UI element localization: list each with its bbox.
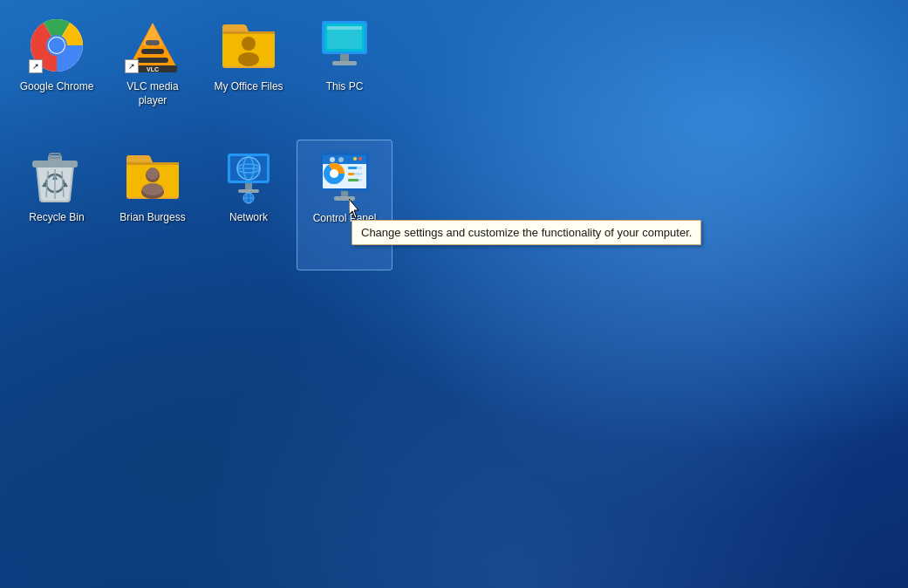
svg-point-17 (238, 52, 259, 66)
svg-rect-45 (245, 183, 252, 189)
svg-point-62 (330, 157, 335, 162)
icon-control-panel[interactable]: Control Panel (297, 140, 393, 270)
svg-rect-8 (141, 49, 164, 54)
control-panel-tooltip: Change settings and customize the functi… (352, 220, 701, 245)
icon-network[interactable]: Network (201, 140, 297, 270)
desktop: ↗ Google Chrome (0, 0, 908, 588)
svg-point-36 (147, 168, 159, 180)
svg-rect-57 (348, 167, 357, 169)
svg-rect-61 (348, 179, 358, 181)
icon-this-pc[interactable]: This PC (297, 9, 393, 140)
icon-brian-burgess[interactable]: Brian Burgess (105, 140, 201, 270)
svg-point-55 (330, 169, 338, 178)
svg-text:VLC: VLC (147, 66, 159, 72)
vlc-label: VLC media player (112, 80, 195, 107)
svg-point-63 (338, 157, 344, 162)
shortcut-arrow-chrome: ↗ (29, 59, 43, 73)
svg-rect-33 (126, 162, 179, 165)
brian-burgess-icon-image (125, 148, 181, 204)
svg-rect-7 (137, 58, 168, 63)
this-pc-label: This PC (326, 80, 364, 94)
svg-point-65 (353, 157, 357, 161)
icon-recycle-bin[interactable]: Recycle Bin (9, 140, 105, 270)
desktop-icons-grid: ↗ Google Chrome (9, 9, 393, 270)
brian-burgess-label: Brian Burgess (119, 211, 185, 225)
office-files-label: My Office Files (214, 80, 283, 94)
this-pc-icon-image (317, 17, 372, 73)
svg-rect-67 (334, 196, 355, 201)
network-icon-image (221, 148, 276, 204)
svg-rect-59 (348, 173, 354, 175)
control-panel-icon-image (317, 149, 372, 205)
icon-google-chrome[interactable]: ↗ Google Chrome (9, 9, 105, 140)
tooltip-text: Change settings and customize the functi… (361, 226, 692, 239)
icon-my-office-files[interactable]: My Office Files (201, 9, 297, 140)
svg-marker-12 (142, 23, 163, 45)
recycle-bin-label: Recycle Bin (29, 211, 84, 225)
vlc-icon-image: VLC ↗ (125, 17, 181, 73)
chrome-label: Google Chrome (20, 80, 94, 94)
network-label: Network (229, 211, 268, 225)
svg-rect-15 (222, 31, 275, 34)
svg-point-37 (142, 183, 163, 195)
svg-rect-22 (332, 61, 357, 65)
icon-vlc[interactable]: VLC ↗ VLC media player (105, 9, 201, 140)
svg-point-16 (242, 37, 256, 51)
svg-rect-21 (340, 54, 349, 61)
svg-point-3 (49, 38, 65, 53)
svg-point-64 (358, 157, 362, 161)
chrome-icon-image: ↗ (29, 17, 85, 73)
svg-rect-24 (327, 26, 362, 30)
svg-rect-66 (341, 191, 348, 196)
svg-rect-46 (238, 189, 259, 193)
shortcut-arrow-vlc: ↗ (125, 59, 139, 73)
recycle-bin-icon-image (29, 148, 85, 204)
office-files-icon-image (221, 17, 276, 73)
